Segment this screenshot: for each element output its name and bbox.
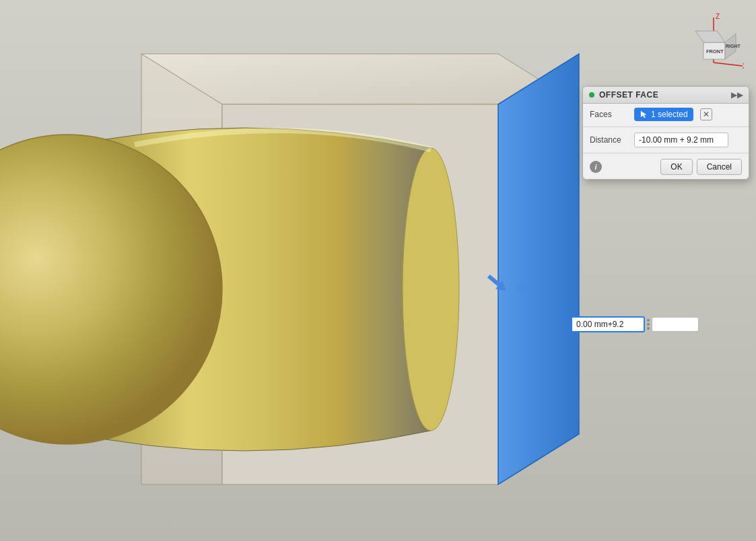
divider-2 <box>583 153 749 153</box>
svg-text:X: X <box>743 63 744 70</box>
status-dot <box>588 92 595 98</box>
panel-collapse-icon[interactable]: ▶▶ <box>731 90 743 100</box>
3d-scene: 0.80 <box>0 0 756 541</box>
svg-text:Z: Z <box>716 13 720 20</box>
info-icon[interactable]: i <box>590 161 602 173</box>
dimension-input-primary[interactable] <box>571 316 645 332</box>
faces-label: Faces <box>590 110 629 119</box>
faces-selected-count: 1 selected <box>651 110 688 119</box>
svg-line-11 <box>714 63 743 66</box>
distance-label: Distance <box>590 135 629 145</box>
svg-marker-19 <box>641 111 646 118</box>
panel-title: OFFSET FACE <box>599 90 658 100</box>
cursor-icon <box>640 110 648 118</box>
faces-row: Faces 1 selected ✕ <box>583 104 749 125</box>
offset-face-panel: OFFSET FACE ▶▶ Faces 1 selected ✕ Distan… <box>582 86 749 180</box>
footer-buttons: OK Cancel <box>660 159 742 175</box>
panel-footer: i OK Cancel <box>583 155 749 179</box>
cancel-button[interactable]: Cancel <box>697 159 742 175</box>
svg-point-18 <box>589 92 594 98</box>
faces-clear-button[interactable]: ✕ <box>700 108 712 120</box>
3d-viewport[interactable]: 0.80 Z X FRONT RIGHT <box>0 0 756 541</box>
dimension-input-container <box>571 316 699 332</box>
svg-point-5 <box>403 148 459 431</box>
svg-text:RIGHT: RIGHT <box>726 44 741 48</box>
svg-text:FRONT: FRONT <box>706 48 724 55</box>
distance-row: Distance <box>583 129 749 151</box>
panel-header: OFFSET FACE ▶▶ <box>583 87 749 104</box>
distance-input[interactable] <box>634 133 728 147</box>
divider-1 <box>583 127 749 127</box>
ok-button[interactable]: OK <box>660 159 692 175</box>
faces-select-button[interactable]: 1 selected <box>634 108 693 121</box>
svg-marker-4 <box>498 54 579 484</box>
svg-text:0.80: 0.80 <box>517 283 534 293</box>
dimension-input-secondary[interactable] <box>652 317 699 332</box>
axis-indicator: Z X FRONT RIGHT <box>683 12 744 73</box>
dimension-options-button[interactable] <box>647 319 650 330</box>
svg-marker-15 <box>695 31 725 42</box>
